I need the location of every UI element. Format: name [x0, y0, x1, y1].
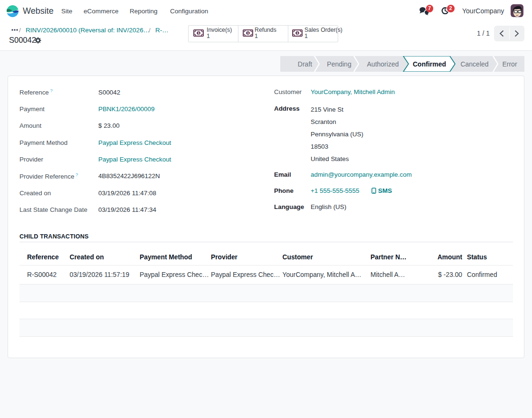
svg-text:Draft: Draft: [298, 60, 312, 68]
svg-text:Canceled: Canceled: [460, 60, 488, 68]
svg-text:Error: Error: [502, 60, 517, 68]
svg-text:Authorized: Authorized: [367, 60, 399, 68]
svg-text:Pending: Pending: [327, 60, 351, 68]
svg-text:Confirmed: Confirmed: [413, 60, 446, 68]
